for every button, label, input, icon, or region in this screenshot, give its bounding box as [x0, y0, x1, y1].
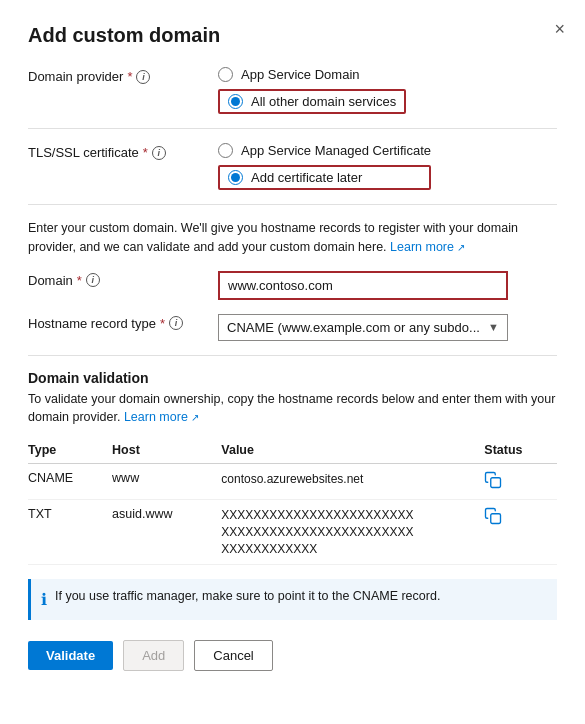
required-star: * [127, 69, 132, 84]
domain-validation-learn-more[interactable]: Learn more ↗ [124, 410, 199, 424]
info-text-block: Enter your custom domain. We'll give you… [28, 219, 557, 257]
radio-add-cert-later[interactable]: Add certificate later [218, 165, 431, 190]
domain-field-row: Domain * i [28, 271, 557, 300]
cancel-button[interactable]: Cancel [194, 640, 272, 671]
row1-type: CNAME [28, 464, 112, 500]
svg-rect-1 [491, 514, 501, 524]
external-link-icon-2: ↗ [191, 412, 199, 423]
radio-managed-cert[interactable]: App Service Managed Certificate [218, 143, 431, 158]
select-arrow-icon: ▼ [488, 321, 499, 333]
dialog-title: Add custom domain [28, 24, 557, 47]
domain-provider-options: App Service Domain All other domain serv… [218, 67, 406, 114]
required-star-3: * [77, 273, 82, 288]
table-row: CNAME www contoso.azurewebsites.net [28, 464, 557, 500]
row1-value: contoso.azurewebsites.net [221, 464, 484, 500]
row2-status[interactable] [484, 500, 557, 565]
row2-host: asuid.www [112, 500, 221, 565]
required-star-2: * [143, 145, 148, 160]
tls-ssl-row: TLS/SSL certificate * i App Service Mana… [28, 143, 557, 190]
domain-validation-desc: To validate your domain ownership, copy … [28, 390, 557, 428]
col-host: Host [112, 439, 221, 464]
hostname-record-select[interactable]: CNAME (www.example.com or any subdo... ▼ [218, 314, 508, 341]
hostname-record-row: Hostname record type * i CNAME (www.exam… [28, 314, 557, 341]
footer-buttons: Validate Add Cancel [28, 640, 557, 671]
validate-button[interactable]: Validate [28, 641, 113, 670]
radio-app-service-domain[interactable]: App Service Domain [218, 67, 406, 82]
divider-1 [28, 128, 557, 129]
domain-info-icon[interactable]: i [86, 273, 100, 287]
svg-rect-0 [491, 478, 501, 488]
divider-2 [28, 204, 557, 205]
row2-type: TXT [28, 500, 112, 565]
hostname-record-info-icon[interactable]: i [169, 316, 183, 330]
col-value: Value [221, 439, 484, 464]
learn-more-link[interactable]: Learn more ↗ [390, 240, 465, 254]
domain-provider-row: Domain provider * i App Service Domain A… [28, 67, 557, 114]
col-type: Type [28, 439, 112, 464]
domain-validation-title: Domain validation [28, 370, 557, 386]
external-link-icon: ↗ [457, 242, 465, 253]
copy-icon-2[interactable] [484, 507, 502, 525]
domain-label: Domain * i [28, 271, 218, 288]
copy-icon-1[interactable] [484, 471, 502, 489]
close-button[interactable]: × [554, 20, 565, 38]
row1-status[interactable] [484, 464, 557, 500]
info-circle-icon: ℹ [41, 588, 47, 612]
tls-ssl-options: App Service Managed Certificate Add cert… [218, 143, 431, 190]
add-button: Add [123, 640, 184, 671]
add-custom-domain-dialog: × Add custom domain Domain provider * i … [0, 0, 585, 724]
radio-managed-cert-input[interactable] [218, 143, 233, 158]
table-row: TXT asuid.www XXXXXXXXXXXXXXXXXXXXXXXX X… [28, 500, 557, 565]
divider-3 [28, 355, 557, 356]
tls-ssl-label: TLS/SSL certificate * i [28, 143, 218, 160]
hostname-record-label: Hostname record type * i [28, 314, 218, 331]
radio-app-service-domain-input[interactable] [218, 67, 233, 82]
domain-validation-section: Domain validation To validate your domai… [28, 370, 557, 566]
domain-provider-info-icon[interactable]: i [136, 70, 150, 84]
radio-other-domain-input[interactable] [228, 94, 243, 109]
tls-ssl-info-icon[interactable]: i [152, 146, 166, 160]
col-status: Status [484, 439, 557, 464]
domain-input[interactable] [218, 271, 508, 300]
domain-provider-label: Domain provider * i [28, 67, 218, 84]
row1-host: www [112, 464, 221, 500]
radio-other-domain[interactable]: All other domain services [218, 89, 406, 114]
row2-value: XXXXXXXXXXXXXXXXXXXXXXXX XXXXXXXXXXXXXXX… [221, 500, 484, 565]
traffic-manager-note: ℹ If you use traffic manager, make sure … [28, 579, 557, 620]
validation-table: Type Host Value Status CNAME www contoso… [28, 439, 557, 565]
hostname-record-value: CNAME (www.example.com or any subdo... [227, 320, 480, 335]
radio-add-cert-later-input[interactable] [228, 170, 243, 185]
required-star-4: * [160, 316, 165, 331]
